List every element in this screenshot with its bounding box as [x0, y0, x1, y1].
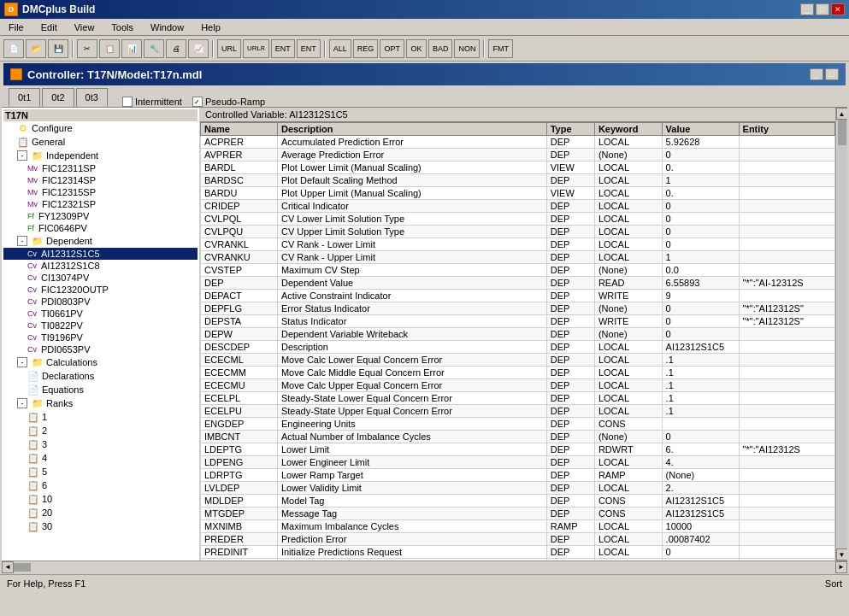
cell-3[interactable]: LOCAL [594, 341, 662, 354]
scroll-up-arrow[interactable]: ▲ [836, 108, 848, 120]
cell-4[interactable]: (None) [662, 469, 739, 482]
cell-0[interactable]: BARDL [201, 161, 278, 174]
table-row[interactable]: BARDSCPlot Default Scaling MethodDEPLOCA… [201, 174, 835, 187]
toolbar-btn3[interactable]: 📊 [121, 39, 142, 58]
table-container[interactable]: Name Description Type Keyword Value Enti… [200, 122, 835, 560]
table-row[interactable]: CVRANKLCV Rank - Lower LimitDEPLOCAL0 [201, 238, 835, 251]
cell-4[interactable]: .1 [662, 354, 739, 367]
cell-2[interactable]: DEP [546, 533, 594, 546]
cell-5[interactable] [739, 520, 834, 533]
toolbar-print[interactable]: 🖨 [166, 39, 186, 58]
col-type[interactable]: Type [546, 123, 594, 136]
cell-0[interactable]: BARDU [201, 187, 278, 200]
cell-4[interactable]: 5.92628 [662, 136, 739, 149]
vertical-scrollbar[interactable]: ▲ ▼ [835, 108, 847, 560]
tree-controller-root[interactable]: T17N [3, 109, 198, 121]
toolbar-opt[interactable]: OPT [380, 39, 404, 58]
tab-0t3[interactable]: 0t3 [76, 88, 108, 107]
calculations-expand[interactable]: - [17, 357, 27, 367]
toolbar-fmt[interactable]: FMT [488, 39, 513, 58]
cell-3[interactable]: READ [594, 277, 662, 290]
cell-3[interactable]: LOCAL [594, 174, 662, 187]
tree-ti0661pv[interactable]: Cv TI0661PV [3, 308, 198, 320]
cell-1[interactable]: Status Indicator [277, 315, 546, 328]
cell-5[interactable] [739, 341, 834, 354]
cell-1[interactable]: Move Calc Middle Equal Concern Error [277, 367, 546, 379]
cell-2[interactable]: DEP [546, 315, 594, 328]
cell-3[interactable]: LOCAL [594, 354, 662, 367]
cell-2[interactable]: DEP [546, 379, 594, 392]
cell-4[interactable]: 1 [662, 251, 739, 264]
cell-4[interactable]: 0.0 [662, 264, 739, 277]
cell-2[interactable]: VIEW [546, 187, 594, 200]
toolbar-bad[interactable]: BAD [428, 39, 453, 58]
cell-3[interactable]: (None) [594, 264, 662, 277]
cell-5[interactable] [739, 328, 834, 341]
menu-tools[interactable]: Tools [107, 21, 138, 33]
table-row[interactable]: ACPRERAccumulated Prediction ErrorDEPLOC… [201, 136, 835, 149]
cell-2[interactable]: DEP [546, 226, 594, 238]
cell-0[interactable]: LVLDEP [201, 482, 278, 495]
toolbar-ent1[interactable]: ENT [271, 39, 295, 58]
table-row[interactable]: CRIDEPCritical IndicatorDEPLOCAL0 [201, 200, 835, 213]
cell-4[interactable]: 9 [662, 290, 739, 302]
cell-3[interactable]: LOCAL [594, 187, 662, 200]
cell-3[interactable]: LOCAL [594, 456, 662, 469]
cell-4[interactable]: 0 [662, 431, 739, 443]
cell-2[interactable]: DEP [546, 200, 594, 213]
cell-3[interactable]: LOCAL [594, 238, 662, 251]
cell-3[interactable]: CONS [594, 495, 662, 507]
cell-3[interactable]: LOCAL [594, 546, 662, 559]
cell-0[interactable]: CVLPQU [201, 226, 278, 238]
cell-2[interactable]: DEP [546, 418, 594, 431]
cell-4[interactable]: 0. [662, 161, 739, 174]
cell-3[interactable]: LOCAL [594, 533, 662, 546]
cell-2[interactable]: RAMP [546, 520, 594, 533]
table-row[interactable]: BARDUPlot Upper Limit (Manual Scaling)VI… [201, 187, 835, 200]
cell-3[interactable]: LOCAL [594, 482, 662, 495]
menu-edit[interactable]: Edit [37, 21, 62, 33]
toolbar-btn4[interactable]: 🔧 [144, 39, 164, 58]
table-row[interactable]: MDLDEPModel TagDEPCONSAI12312S1C5 [201, 495, 835, 507]
cell-1[interactable]: Message Tag [277, 507, 546, 520]
toolbar-reg[interactable]: REG [353, 39, 379, 58]
cell-2[interactable]: DEP [546, 546, 594, 559]
cell-1[interactable]: CV Lower Limit Solution Type [277, 213, 546, 226]
cell-2[interactable]: DEP [546, 354, 594, 367]
cell-1[interactable]: Actual Number of Imbalance Cycles [277, 431, 546, 443]
cell-5[interactable]: "*":"AI12312S" [739, 302, 834, 315]
table-row[interactable]: ECECMLMove Calc Lower Equal Concern Erro… [201, 354, 835, 367]
cell-2[interactable]: DEP [546, 277, 594, 290]
cell-0[interactable]: ECECMM [201, 367, 278, 379]
cell-0[interactable]: DEPW [201, 328, 278, 341]
scroll-thumb[interactable] [838, 120, 846, 145]
cell-0[interactable]: CVRANKU [201, 251, 278, 264]
tree-rank-10[interactable]: 📋 10 [3, 492, 198, 506]
cell-4[interactable]: .1 [662, 367, 739, 379]
cell-3[interactable]: LOCAL [594, 200, 662, 213]
cell-4[interactable]: 0 [662, 213, 739, 226]
cell-0[interactable]: MDLDEP [201, 495, 278, 507]
cell-3[interactable]: CONS [594, 507, 662, 520]
cell-1[interactable]: Prediction Error [277, 533, 546, 546]
cell-3[interactable]: LOCAL [594, 520, 662, 533]
table-row[interactable]: ECELPLSteady-State Lower Equal Concern E… [201, 392, 835, 405]
col-keyword[interactable]: Keyword [594, 123, 662, 136]
cell-4[interactable]: 10000 [662, 520, 739, 533]
cell-4[interactable]: 2. [662, 482, 739, 495]
tree-general[interactable]: 📋 General [3, 135, 198, 149]
cell-0[interactable]: LDPENG [201, 456, 278, 469]
cell-5[interactable] [739, 456, 834, 469]
col-desc[interactable]: Description [277, 123, 546, 136]
toolbar-new[interactable]: 📄 [3, 39, 24, 58]
col-name[interactable]: Name [201, 123, 278, 136]
dependent-expand[interactable]: - [17, 236, 27, 246]
cell-4[interactable]: .1 [662, 379, 739, 392]
cell-5[interactable] [739, 392, 834, 405]
cell-4[interactable]: AI12312S1C5 [662, 341, 739, 354]
col-entity[interactable]: Entity [739, 123, 834, 136]
table-row[interactable]: MXNIMBMaximum Imbalance CyclesRAMPLOCAL1… [201, 520, 835, 533]
cell-0[interactable]: MTGDEP [201, 507, 278, 520]
cell-4[interactable]: AI12312S1C5 [662, 507, 739, 520]
table-row[interactable]: DEPSTAStatus IndicatorDEPWRITE0"*":"AI12… [201, 315, 835, 328]
